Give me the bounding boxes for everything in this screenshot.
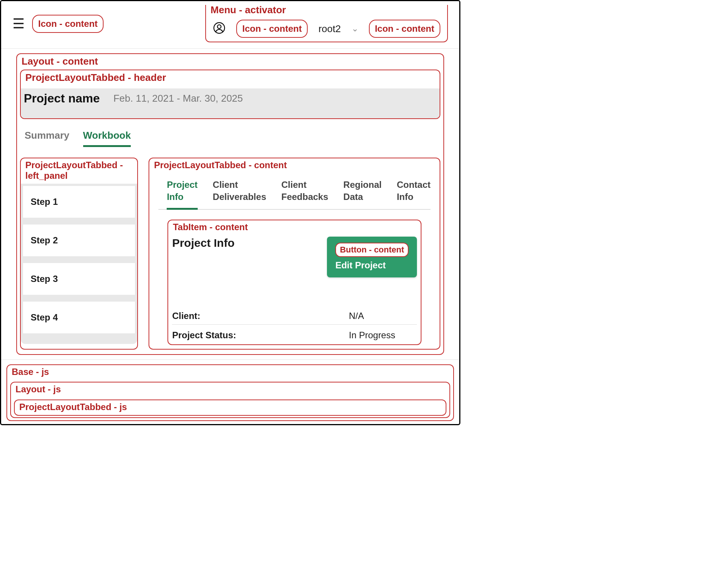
step-card[interactable]: Step 4 (23, 302, 135, 333)
annotation-button-content: Button - content (335, 243, 409, 257)
step-card[interactable]: Step 3 (23, 263, 135, 295)
edit-project-button[interactable]: Button - content Edit Project (327, 237, 417, 277)
tab-label: Client (213, 180, 238, 190)
info-row-client: Client: N/A (172, 305, 417, 325)
hamburger-icon[interactable]: ☰ (12, 17, 25, 31)
section-title-project-info: Project Info (172, 237, 234, 249)
tab-label: Data (343, 192, 363, 202)
project-name: Project name (24, 91, 100, 105)
project-date-range: Feb. 11, 2021 - Mar. 30, 2025 (113, 93, 243, 104)
annotation-tabbed-content: ProjectLayoutTabbed - content Project In… (149, 158, 440, 350)
info-label: Project Status: (172, 330, 236, 341)
user-menu[interactable]: Icon - content root2 ⌄ Icon - content (206, 18, 447, 42)
user-avatar-icon (213, 22, 226, 36)
annotation-menu-activator: Menu - activator Icon - content root2 ⌄ … (205, 5, 448, 42)
info-label: Client: (172, 311, 200, 321)
tab-client-feedbacks[interactable]: Client Feedbacks (281, 177, 328, 209)
annotation-title-base-js: Base - js (7, 365, 453, 380)
edit-project-button-label: Edit Project (335, 260, 409, 271)
annotation-title-tabbed-js: ProjectLayoutTabbed - js (15, 400, 446, 415)
tab-label: Regional (343, 180, 381, 190)
tab-label: Contact (397, 180, 431, 190)
tab-client-deliverables[interactable]: Client Deliverables (213, 177, 266, 209)
annotation-tabbed-js: ProjectLayoutTabbed - js (14, 399, 446, 416)
info-value: N/A (349, 311, 417, 321)
tab-label: Client (281, 180, 307, 190)
annotation-title-layout-js: Layout - js (11, 382, 449, 397)
annotation-icon-content-chevron: Icon - content (369, 20, 440, 38)
tab-label: Feedbacks (281, 192, 328, 202)
user-name-label: root2 (318, 23, 341, 35)
annotation-base-js: Base - js Layout - js ProjectLayoutTabbe… (6, 364, 454, 421)
annotation-tabbed-header: ProjectLayoutTabbed - header Project nam… (20, 70, 440, 119)
annotation-layout-content: Layout - content ProjectLayoutTabbed - h… (16, 53, 444, 355)
svg-point-0 (214, 23, 225, 33)
annotation-title-tabbed-content: ProjectLayoutTabbed - content (149, 158, 440, 173)
annotation-icon-content-user: Icon - content (236, 20, 308, 38)
annotation-tabbed-left: ProjectLayoutTabbed - left_panel Step 1 … (20, 158, 138, 350)
tab-summary[interactable]: Summary (25, 130, 70, 147)
annotation-title-menu: Menu - activator (206, 3, 447, 18)
annotation-title-tabbed-header: ProjectLayoutTabbed - header (21, 70, 440, 86)
annotation-icon-content-left: Icon - content (32, 15, 104, 33)
info-row-status: Project Status: In Progress (172, 325, 417, 344)
tab-contact-info[interactable]: Contact Info (397, 177, 431, 209)
tab-label: Project (167, 180, 197, 190)
tab-regional-data[interactable]: Regional Data (343, 177, 381, 209)
annotation-layout-js: Layout - js ProjectLayoutTabbed - js (10, 382, 450, 418)
annotation-title-left-panel: ProjectLayoutTabbed - left_panel (21, 158, 137, 184)
tab-label: Info (167, 192, 183, 202)
step-card[interactable]: Step 1 (23, 186, 135, 218)
tab-workbook[interactable]: Workbook (83, 130, 131, 147)
tab-label: Info (397, 192, 414, 202)
annotation-title-tabitem: TabItem - content (168, 220, 421, 235)
step-card[interactable]: Step 2 (23, 225, 135, 256)
annotation-title-layout-content: Layout - content (17, 54, 443, 70)
annotation-tabitem-content: TabItem - content Project Info Button - … (167, 220, 421, 345)
chevron-down-icon[interactable]: ⌄ (352, 24, 358, 34)
info-value: In Progress (349, 330, 417, 341)
svg-point-1 (217, 25, 221, 28)
tab-project-info[interactable]: Project Info (167, 177, 197, 209)
tab-label: Deliverables (213, 192, 266, 202)
